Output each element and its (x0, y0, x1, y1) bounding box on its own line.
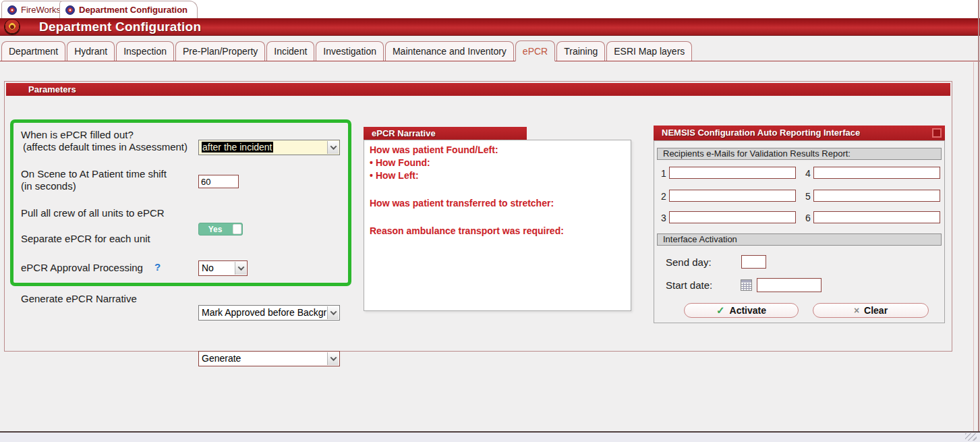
approval-selected-text: Mark Approved before Backgr (202, 307, 326, 318)
time-shift-input[interactable] (198, 175, 239, 188)
approval-dropdown-button[interactable] (327, 306, 339, 319)
generate-narrative-selected-text: Generate (202, 353, 241, 364)
chevron-down-icon (330, 354, 337, 361)
narrative-line: How was patient transferred to stretcher… (370, 197, 625, 210)
separate-epcr-label: Separate ePCR for each unit (21, 233, 210, 245)
parameters-header: Parameters (6, 83, 950, 96)
window-tab-department-configuration[interactable]: Department Configuration (59, 1, 198, 18)
window-frame-line (978, 0, 979, 433)
epcr-narrative-textarea[interactable]: How was patient Found/Left: •How Found: … (364, 140, 631, 311)
narrative-line: How was patient Found/Left: (370, 144, 625, 157)
tab-inspection[interactable]: Inspection (116, 41, 174, 61)
recipient-email-input-3[interactable] (669, 211, 796, 223)
recipient-email-input-4[interactable] (813, 167, 940, 179)
separate-epcr-combobox[interactable]: No (198, 260, 248, 276)
tab-investigation[interactable]: Investigation (316, 41, 384, 61)
pull-crew-label: Pull all crew of all units to ePCR (21, 207, 210, 219)
recipient-number: 5 (805, 191, 811, 202)
department-configuration-window: FireWorks Department Configuration Depar… (0, 0, 980, 442)
tab-maintenance-inventory[interactable]: Maintenance and Inventory (385, 41, 514, 61)
narrative-line: •How Found: (370, 157, 625, 169)
when-filled-label: When is ePCR filled out? (affects defaul… (21, 129, 196, 153)
recipient-number: 3 (661, 213, 666, 223)
x-icon: × (854, 305, 859, 316)
recipient-email-input-6[interactable] (813, 211, 940, 223)
recipient-email-input-1[interactable] (669, 167, 796, 179)
status-bar (0, 433, 980, 442)
narrative-line: •How Left: (370, 169, 625, 182)
window-tab-strip: FireWorks Department Configuration (0, 0, 980, 18)
title-bar: Department Configuration (0, 18, 980, 36)
recipient-number: 6 (805, 213, 811, 223)
activate-button[interactable]: ✓ Activate (684, 303, 799, 318)
toggle-knob (233, 224, 241, 234)
clear-button[interactable]: × Clear (813, 303, 929, 318)
nemsis-panel-header: NEMSIS Configuration Auto Reporting Inte… (654, 126, 945, 140)
send-day-label: Send day: (666, 256, 712, 268)
send-day-input[interactable] (741, 255, 766, 269)
help-icon[interactable]: ? (154, 261, 161, 273)
chevron-down-icon (330, 143, 337, 150)
narrative-line: Reason ambulance transport was required: (370, 225, 625, 238)
separate-epcr-dropdown-button[interactable] (235, 262, 246, 275)
resize-grip[interactable] (965, 433, 977, 441)
window-tab-fireworks-label: FireWorks (21, 5, 61, 15)
when-filled-selected-text: after the incident (202, 142, 273, 153)
recipient-number: 1 (661, 168, 666, 179)
approval-label: ePCR Approval Processing (21, 262, 156, 274)
check-icon: ✓ (716, 304, 725, 316)
nemsis-panel-body: Recipients e-Mails for Validation Result… (654, 140, 945, 323)
approval-combobox[interactable]: Mark Approved before Backgr (198, 305, 340, 321)
window-frame-line (973, 62, 974, 431)
tab-esri-map-layers[interactable]: ESRI Map layers (606, 41, 692, 61)
generate-narrative-label: Generate ePCR Narrative (21, 293, 210, 305)
tab-epcr[interactable]: ePCR (515, 40, 555, 61)
start-date-input[interactable] (757, 278, 822, 292)
when-filled-combobox[interactable]: after the incident (198, 140, 340, 155)
chevron-down-icon (237, 264, 244, 271)
calendar-icon[interactable] (741, 279, 752, 291)
recipient-number: 4 (805, 168, 811, 179)
epcr-narrative-header: ePCR Narrative (364, 127, 527, 140)
panel-close-icon[interactable] (932, 128, 942, 138)
recipient-number: 2 (661, 191, 666, 202)
time-shift-label: On Scene to At Patient time shift (in se… (21, 168, 196, 192)
recipients-section-header: Recipients e-Mails for Validation Result… (657, 148, 942, 160)
tab-hydrant[interactable]: Hydrant (67, 41, 115, 61)
when-filled-dropdown-button[interactable] (327, 141, 339, 154)
tab-preplan-property[interactable]: Pre-Plan/Property (175, 41, 265, 61)
nav-tab-bar: Department Hydrant Inspection Pre-Plan/P… (0, 40, 980, 61)
bullet-icon: • (370, 170, 373, 181)
department-configuration-badge-icon (65, 5, 75, 15)
tab-training[interactable]: Training (556, 41, 605, 61)
bullet-icon: • (370, 157, 373, 168)
calendar-icon-glyph (741, 279, 752, 291)
page-title: Department Configuration (39, 20, 201, 34)
parameters-panel: Parameters When is ePCR filled out? (aff… (4, 81, 952, 352)
tab-incident[interactable]: Incident (266, 41, 314, 61)
window-tab-department-configuration-label: Department Configuration (79, 5, 188, 15)
recipient-email-input-2[interactable] (669, 190, 796, 202)
generate-narrative-dropdown-button[interactable] (327, 352, 339, 365)
chevron-down-icon (330, 308, 337, 315)
tab-department[interactable]: Department (1, 41, 65, 61)
separate-epcr-selected-text: No (202, 263, 214, 273)
fireworks-badge-icon (7, 5, 17, 15)
recipient-email-input-5[interactable] (813, 190, 940, 202)
fire-department-seal-icon (5, 20, 20, 34)
generate-narrative-combobox[interactable]: Generate (198, 351, 340, 366)
start-date-label: Start date: (666, 279, 712, 291)
interface-activation-header: Interface Activation (657, 233, 942, 246)
